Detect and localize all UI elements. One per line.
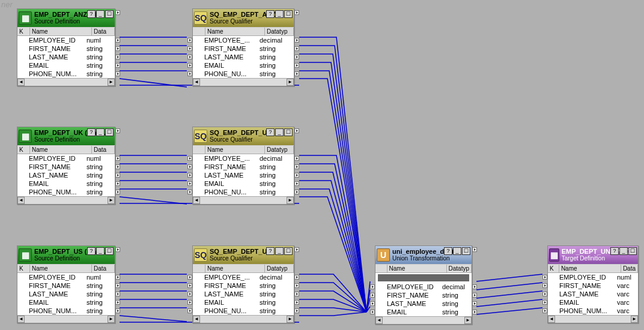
out-port[interactable] [294, 128, 299, 133]
table-row[interactable]: LAST_NAMEstring [193, 290, 294, 298]
in-port[interactable] [370, 310, 375, 314]
sq-emp-dept-anz[interactable]: SQ SQ_EMP_DEPT_ANZ Source Qualifier ? _ … [192, 8, 294, 86]
in-port[interactable] [542, 308, 547, 313]
table-row[interactable]: PHONE_NUM...varc [548, 307, 638, 315]
scroll-left-icon[interactable]: ◄ [548, 316, 555, 323]
scroll-right-icon[interactable]: ► [464, 317, 472, 324]
table-row[interactable]: PHONE_NU...string [193, 70, 294, 78]
max-button[interactable]: ☐ [462, 247, 470, 255]
table-row[interactable]: LAST_NAMEstring [17, 171, 115, 179]
titlebar[interactable]: ▦ EMP_DEPT_ANZ (Flat… Source Definition … [17, 9, 115, 27]
out-port[interactable] [115, 38, 120, 43]
sq-emp-dept-uk[interactable]: SQ SQ_EMP_DEPT_UK Source Qualifier ? _ ☐… [192, 127, 294, 205]
table-row[interactable]: EMPLOYEE_IDnuml [548, 273, 638, 281]
out-port[interactable] [294, 63, 299, 68]
in-port[interactable] [370, 301, 375, 306]
in-port[interactable] [542, 275, 547, 280]
titlebar[interactable]: U uni_employee_dept Union Transformation… [375, 246, 472, 264]
table-row[interactable]: EMAILstring [193, 61, 294, 70]
union-transformation[interactable]: U uni_employee_dept Union Transformation… [375, 245, 472, 325]
scroll-left-icon[interactable]: ◄ [17, 79, 25, 86]
out-port[interactable] [294, 38, 299, 43]
h-scrollbar[interactable]: ◄► [193, 78, 294, 86]
table-row[interactable]: PHONE_NU...string [193, 188, 294, 196]
h-scrollbar[interactable]: ◄► [17, 78, 115, 86]
out-port[interactable] [115, 71, 120, 76]
max-button[interactable]: ☐ [105, 128, 114, 136]
in-port[interactable] [187, 190, 192, 194]
table-row[interactable]: PHONE_NUM...string [17, 70, 115, 78]
table-row[interactable]: EMAILstring [193, 179, 294, 188]
out-port[interactable] [115, 63, 120, 68]
help-button[interactable]: ? [444, 247, 452, 255]
max-button[interactable]: ☐ [284, 247, 293, 255]
in-port[interactable] [542, 283, 547, 288]
out-port[interactable] [294, 10, 299, 15]
group-row-selected[interactable] [378, 274, 469, 281]
mapping-canvas[interactable]: ner [0, 0, 644, 330]
out-port[interactable] [294, 164, 299, 169]
out-port[interactable] [115, 283, 120, 288]
table-row[interactable]: FIRST_NAMEstring [193, 163, 294, 171]
out-port[interactable] [294, 46, 299, 51]
in-port[interactable] [187, 71, 192, 76]
table-row[interactable]: EMPLOYEE_...decimal [193, 154, 294, 163]
min-button[interactable]: _ [96, 128, 105, 136]
table-row[interactable]: EMPLOYEE_IDnuml [17, 154, 115, 163]
out-port[interactable] [294, 156, 299, 161]
table-row[interactable]: LAST_NAMEstring [375, 299, 472, 308]
out-port[interactable] [115, 275, 120, 280]
in-port[interactable] [187, 63, 192, 68]
table-row[interactable]: FIRST_NAMEstring [193, 44, 294, 53]
source-emp-dept-anz[interactable]: ▦ EMP_DEPT_ANZ (Flat… Source Definition … [17, 8, 115, 86]
in-port[interactable] [187, 300, 192, 305]
in-port[interactable] [187, 38, 192, 43]
sq-emp-dept-us[interactable]: SQ SQ_EMP_DEPT_US Source Qualifier ? _ ☐… [192, 245, 294, 323]
h-scrollbar[interactable]: ◄► [375, 316, 472, 324]
scroll-right-icon[interactable]: ► [287, 316, 294, 323]
scroll-left-icon[interactable]: ◄ [193, 197, 200, 204]
help-button[interactable]: ? [266, 128, 275, 136]
titlebar[interactable]: ▦ EMP_DEPT_UK (FlatF... Source Definitio… [17, 127, 115, 145]
out-port[interactable] [115, 308, 120, 313]
h-scrollbar[interactable]: ◄► [17, 315, 115, 323]
table-row[interactable]: EMPLOYEE_IDnuml [17, 36, 115, 44]
out-port[interactable] [115, 292, 120, 296]
scroll-left-icon[interactable]: ◄ [17, 197, 25, 204]
min-button[interactable]: _ [275, 247, 284, 255]
source-emp-dept-us[interactable]: ▦ EMP_DEPT_US (FlatF... Source Definitio… [17, 245, 115, 323]
table-row[interactable]: LAST_NAMEstring [17, 53, 115, 61]
table-row[interactable]: FIRST_NAMEstring [17, 281, 115, 290]
table-row[interactable]: LAST_NAMEstring [193, 53, 294, 61]
scroll-right-icon[interactable]: ► [108, 79, 115, 86]
out-port[interactable] [115, 300, 120, 305]
max-button[interactable]: ☐ [105, 10, 114, 18]
out-port[interactable] [294, 247, 299, 252]
table-row[interactable]: FIRST_NAMEvarc [548, 281, 638, 290]
table-row[interactable]: EMPLOYEE_...decimal [193, 273, 294, 281]
help-button[interactable]: ? [87, 10, 96, 18]
scroll-left-icon[interactable]: ◄ [375, 317, 383, 324]
out-port[interactable] [294, 275, 299, 280]
out-port[interactable] [294, 283, 299, 288]
out-port[interactable] [115, 181, 120, 186]
in-port[interactable] [370, 293, 375, 298]
out-port[interactable] [294, 55, 299, 59]
table-row[interactable]: EMAILstring [17, 179, 115, 188]
target-emp-dept-union[interactable]: ▦ EMP_DEPT_UNION (O... Target Definition… [547, 245, 639, 323]
in-port[interactable] [187, 55, 192, 59]
h-scrollbar[interactable]: ◄► [17, 196, 115, 204]
table-row[interactable]: EMAILstring [193, 298, 294, 307]
in-port[interactable] [187, 46, 192, 51]
table-row[interactable]: PHONE_NUM...string [17, 307, 115, 315]
out-port[interactable] [115, 164, 120, 169]
out-port[interactable] [115, 190, 120, 194]
in-port[interactable] [187, 308, 192, 313]
help-button[interactable]: ? [87, 247, 96, 255]
h-scrollbar[interactable]: ◄► [548, 315, 638, 323]
in-port[interactable] [187, 292, 192, 296]
scroll-right-icon[interactable]: ► [108, 316, 115, 323]
in-port[interactable] [542, 292, 547, 296]
table-row[interactable]: EMAILstring [17, 298, 115, 307]
max-button[interactable]: ☐ [284, 128, 293, 136]
